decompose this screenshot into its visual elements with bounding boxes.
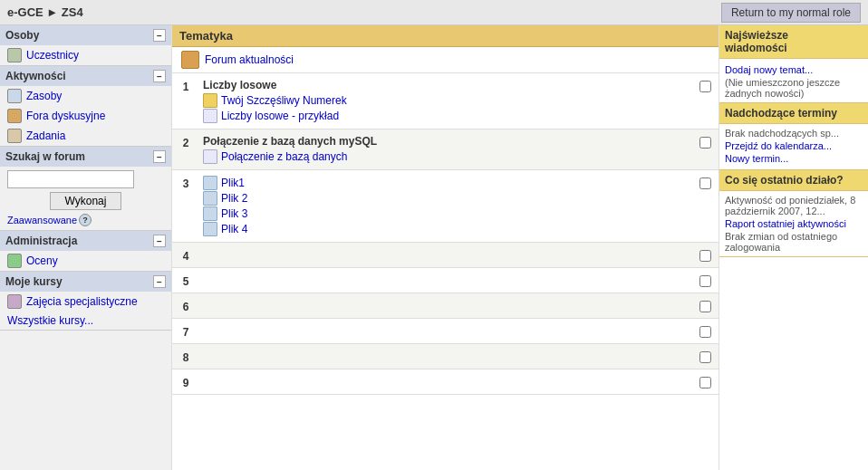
section-checkbox-input[interactable] xyxy=(699,177,711,189)
sidebar-item-zadania[interactable]: Zadania xyxy=(0,126,171,146)
section-checkbox[interactable] xyxy=(691,272,719,287)
section-checkbox[interactable] xyxy=(691,246,719,262)
section-checkbox-input[interactable] xyxy=(699,250,711,262)
section-checkbox[interactable] xyxy=(691,133,719,149)
right-section-recent-body: Aktywność od poniedziałek, 8 październik… xyxy=(719,191,868,256)
content-area: Tematyka Forum aktualności 1 Liczby loso… xyxy=(172,25,719,470)
doc-icon xyxy=(203,109,217,123)
section-checkbox[interactable] xyxy=(691,174,719,189)
sidebar-section-search-collapse[interactable]: − xyxy=(153,150,166,163)
section-checkbox[interactable] xyxy=(691,322,719,338)
sidebar-section-osoby-collapse[interactable]: − xyxy=(153,29,166,42)
sidebar-item-fora-label: Fora dyskusyjne xyxy=(26,110,105,122)
section-link[interactable]: Plik 4 xyxy=(203,222,688,236)
section-checkbox-input[interactable] xyxy=(699,377,711,388)
sidebar: Osoby − Uczestnicy Aktywności − Zasoby F… xyxy=(0,25,172,470)
section-checkbox-input[interactable] xyxy=(699,351,711,363)
sidebar-section-kursy-label: Moje kursy xyxy=(5,275,63,288)
section-link-label: Twój Szczęśliwy Numerek xyxy=(221,94,347,107)
search-button[interactable]: Wykonaj xyxy=(50,192,122,210)
add-topic-link[interactable]: Dodaj nowy temat... xyxy=(725,64,863,75)
section-row-5: 5 xyxy=(172,268,719,293)
forum-aktualnosci-row: Forum aktualności xyxy=(172,47,719,73)
section-links: Połączenie z bazą danych xyxy=(203,149,688,164)
section-links: Plik1Plik 2Plik 3Plik 4 xyxy=(203,176,688,236)
calendar-link[interactable]: Przejdź do kalendarza... xyxy=(725,140,863,151)
section-number: 3 xyxy=(172,174,199,190)
grades-icon xyxy=(7,254,22,268)
sidebar-section-aktywnosci-collapse[interactable]: − xyxy=(153,70,166,82)
right-section-deadlines: Nadchodzące terminy Brak nadchodzących s… xyxy=(719,103,868,170)
activity-report-link[interactable]: Raport ostatniej aktywności xyxy=(725,218,863,229)
right-sidebar: Najświeższewiadomości Dodaj nowy temat..… xyxy=(719,25,868,470)
sidebar-item-wszystkie[interactable]: Wszystkie kursy... xyxy=(0,312,171,330)
topbar: e-GCE ► ZS4 Return to my normal role xyxy=(0,0,868,25)
sidebar-section-aktywnosci-header: Aktywności − xyxy=(0,66,171,86)
section-checkbox-input[interactable] xyxy=(699,301,711,312)
section-row-6: 6 xyxy=(172,293,719,319)
section-content: Liczby losowe Twój Szczęśliwy NumerekLic… xyxy=(199,77,691,125)
sidebar-section-admin-collapse[interactable]: − xyxy=(153,235,166,247)
forum-aktualnosci-link[interactable]: Forum aktualności xyxy=(205,53,294,66)
section-checkbox[interactable] xyxy=(691,348,719,363)
section-content xyxy=(199,246,691,250)
section-content xyxy=(199,297,691,301)
search-input[interactable] xyxy=(7,170,134,188)
section-checkbox-input[interactable] xyxy=(699,275,711,287)
section-number: 5 xyxy=(172,272,199,288)
right-section-deadlines-body: Brak nadchodzących sp... Przejdź do kale… xyxy=(719,124,868,169)
search-advanced-label: Zaawansowane xyxy=(7,215,77,225)
section-content xyxy=(199,322,691,326)
section-link[interactable]: Plik 3 xyxy=(203,206,688,221)
right-section-news-header: Najświeższewiadomości xyxy=(719,25,868,59)
sidebar-section-aktywnosci: Aktywności − Zasoby Fora dyskusyjne Zada… xyxy=(0,66,171,147)
section-links: Twój Szczęśliwy NumerekLiczby losowe - p… xyxy=(203,93,688,123)
sidebar-section-admin-label: Administracja xyxy=(5,235,77,247)
return-normal-role-button[interactable]: Return to my normal role xyxy=(721,3,861,23)
sidebar-item-zasoby[interactable]: Zasoby xyxy=(0,86,171,106)
section-link[interactable]: Liczby losowe - przykład xyxy=(203,109,688,123)
section-row-2: 2 Połączenie z bazą danych mySQL Połącze… xyxy=(172,129,719,170)
section-checkbox[interactable] xyxy=(691,373,719,388)
sidebar-section-osoby-label: Osoby xyxy=(5,29,39,42)
section-checkbox[interactable] xyxy=(691,297,719,312)
section-link[interactable]: Plik1 xyxy=(203,176,688,190)
section-link[interactable]: Połączenie z bazą danych xyxy=(203,149,688,164)
section-title: Połączenie z bazą danych mySQL xyxy=(203,135,688,148)
sidebar-item-uczestnicy[interactable]: Uczestnicy xyxy=(0,45,171,65)
section-row-3: 3 Plik1Plik 2Plik 3Plik 4 xyxy=(172,170,719,243)
sidebar-section-search: Szukaj w forum − Wykonaj Zaawansowane ? xyxy=(0,147,171,231)
section-link-label: Liczby losowe - przykład xyxy=(221,110,339,122)
sidebar-item-zajecia[interactable]: Zajęcia specjalistyczne xyxy=(0,292,171,312)
section-checkbox-input[interactable] xyxy=(699,81,711,92)
sidebar-section-osoby-header: Osoby − xyxy=(0,25,171,45)
file-icon xyxy=(203,222,217,236)
section-link-label: Plik 2 xyxy=(221,192,247,205)
sidebar-item-oceny-label: Oceny xyxy=(26,254,58,267)
section-link-label: Plik 3 xyxy=(221,207,247,220)
search-advanced-link[interactable]: Zaawansowane ? xyxy=(7,214,164,226)
resource-icon xyxy=(7,89,22,103)
breadcrumb-home[interactable]: e-GCE xyxy=(7,5,43,19)
section-number: 7 xyxy=(172,322,199,339)
section-row-9: 9 xyxy=(172,369,719,395)
help-icon: ? xyxy=(79,214,92,226)
sidebar-item-oceny[interactable]: Oceny xyxy=(0,251,171,271)
section-checkbox[interactable] xyxy=(691,77,719,92)
section-link[interactable]: Plik 2 xyxy=(203,191,688,206)
section-link[interactable]: Twój Szczęśliwy Numerek xyxy=(203,93,688,108)
section-number: 1 xyxy=(172,77,199,93)
section-checkbox-input[interactable] xyxy=(699,326,711,338)
file-icon xyxy=(203,176,217,190)
section-number: 2 xyxy=(172,133,199,149)
course-icon xyxy=(7,294,22,309)
right-section-deadlines-header: Nadchodzące terminy xyxy=(719,103,868,124)
section-content xyxy=(199,373,691,377)
section-number: 6 xyxy=(172,297,199,313)
sidebar-section-kursy-collapse[interactable]: − xyxy=(153,275,166,288)
doc-icon xyxy=(203,149,217,164)
sidebar-item-fora[interactable]: Fora dyskusyjne xyxy=(0,106,171,126)
section-row-8: 8 xyxy=(172,344,719,369)
section-checkbox-input[interactable] xyxy=(699,137,711,149)
new-deadline-link[interactable]: Nowy termin... xyxy=(725,153,863,164)
